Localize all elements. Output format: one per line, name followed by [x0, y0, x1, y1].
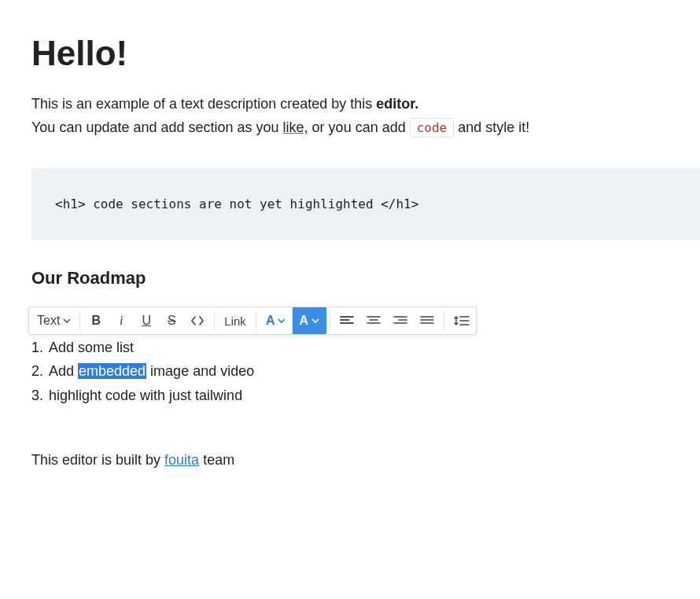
list-text: Add some list	[49, 336, 134, 360]
toolbar-separator	[214, 311, 215, 331]
toolbar-separator	[256, 311, 256, 331]
line-spacing-icon	[454, 315, 470, 326]
list-number: 2.	[31, 359, 49, 384]
toolbar-separator	[79, 311, 80, 331]
list-item[interactable]: 3. highlight code with just tailwind	[31, 384, 700, 408]
intro-text-2b: or you can add	[308, 119, 410, 135]
chevron-down-icon	[311, 316, 320, 325]
align-left-icon	[340, 315, 354, 326]
chevron-down-icon	[62, 316, 72, 325]
intro-paragraph-2[interactable]: You can update and add section as you li…	[31, 116, 700, 140]
align-center-button[interactable]	[360, 307, 387, 334]
intro-paragraph-1[interactable]: This is an example of a text description…	[31, 93, 700, 116]
text-color-button[interactable]: A	[260, 307, 293, 334]
list-text: highlight code with just tailwind	[49, 384, 242, 408]
text-color-label: A	[266, 314, 275, 328]
highlight-color-button[interactable]: A	[293, 307, 326, 334]
list-text-after: image and video	[146, 363, 254, 379]
roadmap-list[interactable]: 1. Add some list 2. Add embedded image a…	[31, 336, 700, 408]
intro-bold: editor.	[376, 96, 418, 112]
document-title[interactable]: Hello!	[31, 35, 700, 72]
intro-inline-code: code	[410, 118, 455, 138]
toolbar-separator	[330, 311, 330, 331]
intro-link-like[interactable]: like,	[283, 119, 308, 135]
toolbar-text-style-dropdown[interactable]: Text	[29, 307, 76, 334]
intro-text-2c: and style it!	[458, 119, 529, 135]
editor-toolbar: Text B i U S Link A A	[28, 307, 477, 335]
strikethrough-button[interactable]: S	[159, 307, 184, 334]
align-right-icon	[393, 315, 407, 326]
align-center-icon	[367, 315, 381, 326]
list-item[interactable]: 1. Add some list	[31, 336, 700, 360]
footer-line[interactable]: This editor is built by fouita team	[31, 452, 700, 469]
code-button[interactable]	[184, 307, 211, 334]
intro-text-2a: You can update and add section as you	[31, 119, 283, 135]
list-number: 1.	[31, 336, 49, 360]
align-justify-icon	[420, 315, 434, 326]
intro-text: This is an example of a text description…	[31, 96, 376, 112]
list-number: 3.	[31, 384, 49, 408]
align-right-button[interactable]	[387, 307, 414, 334]
toolbar-separator	[444, 311, 444, 331]
align-justify-button[interactable]	[414, 307, 440, 334]
toolbar-text-label: Text	[37, 314, 60, 328]
section-heading-roadmap[interactable]: Our Roadmap	[31, 268, 700, 288]
editor-document[interactable]: Hello! This is an example of a text desc…	[31, 35, 700, 469]
link-button[interactable]: Link	[218, 307, 252, 334]
code-block[interactable]: <h1> code sections are not yet highlight…	[31, 168, 700, 240]
bold-button[interactable]: B	[83, 307, 109, 334]
underline-button[interactable]: U	[134, 307, 159, 334]
list-text-wrap: Add embedded image and video	[49, 359, 254, 384]
align-left-button[interactable]	[333, 307, 360, 334]
line-spacing-button[interactable]	[448, 307, 476, 334]
list-item[interactable]: 2. Add embedded image and video	[31, 359, 700, 384]
list-text-before: Add	[49, 363, 78, 379]
footer-link-fouita[interactable]: fouita	[164, 452, 199, 468]
selected-text[interactable]: embedded	[78, 363, 146, 379]
code-icon	[190, 315, 204, 326]
footer-text-a: This editor is built by	[31, 452, 164, 468]
italic-button[interactable]: i	[109, 307, 134, 334]
highlight-color-label: A	[299, 314, 308, 328]
footer-text-b: team	[199, 452, 234, 468]
chevron-down-icon	[277, 316, 286, 325]
